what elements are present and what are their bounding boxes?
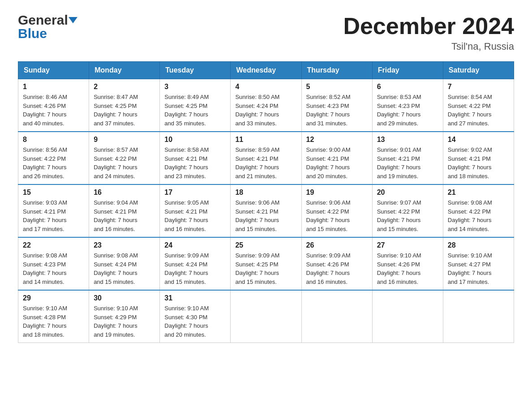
day-number: 14: [448, 136, 509, 144]
calendar-week-row: 29Sunrise: 9:10 AM Sunset: 4:28 PM Dayli…: [18, 290, 514, 343]
month-year-title: December 2024: [343, 13, 514, 39]
day-number: 1: [23, 83, 84, 91]
day-number: 10: [164, 136, 226, 144]
day-of-week-header: Tuesday: [160, 62, 231, 79]
day-number: 27: [377, 241, 438, 249]
calendar-day-cell: 13Sunrise: 9:01 AM Sunset: 4:21 PM Dayli…: [372, 132, 443, 184]
calendar-day-cell: 8Sunrise: 8:56 AM Sunset: 4:22 PM Daylig…: [18, 132, 89, 184]
page-header: General Blue December 2024 Tsil'na, Russ…: [18, 13, 514, 52]
calendar-day-cell: 21Sunrise: 9:08 AM Sunset: 4:22 PM Dayli…: [443, 184, 514, 237]
logo-general-text: General: [18, 13, 68, 27]
day-info: Sunrise: 9:09 AM Sunset: 4:25 PM Dayligh…: [235, 251, 296, 286]
day-of-week-header: Monday: [89, 62, 160, 79]
day-info: Sunrise: 8:52 AM Sunset: 4:23 PM Dayligh…: [306, 93, 368, 128]
title-section: December 2024 Tsil'na, Russia: [343, 13, 514, 52]
day-number: 15: [23, 188, 84, 197]
day-info: Sunrise: 8:57 AM Sunset: 4:22 PM Dayligh…: [94, 146, 155, 180]
location-subtitle: Tsil'na, Russia: [343, 41, 514, 52]
calendar-day-cell: 17Sunrise: 9:05 AM Sunset: 4:21 PM Dayli…: [160, 184, 231, 237]
calendar-day-cell: 11Sunrise: 8:59 AM Sunset: 4:21 PM Dayli…: [231, 132, 301, 184]
calendar-day-cell: 26Sunrise: 9:09 AM Sunset: 4:26 PM Dayli…: [301, 237, 372, 290]
calendar-day-cell: 16Sunrise: 9:04 AM Sunset: 4:21 PM Dayli…: [89, 184, 160, 237]
day-of-week-header: Saturday: [443, 62, 514, 79]
day-info: Sunrise: 9:10 AM Sunset: 4:30 PM Dayligh…: [164, 304, 226, 339]
day-number: 7: [448, 83, 509, 91]
day-info: Sunrise: 8:50 AM Sunset: 4:24 PM Dayligh…: [235, 93, 296, 128]
day-number: 8: [23, 136, 84, 144]
calendar-day-cell: 9Sunrise: 8:57 AM Sunset: 4:22 PM Daylig…: [89, 132, 160, 184]
day-info: Sunrise: 9:06 AM Sunset: 4:21 PM Dayligh…: [235, 198, 296, 233]
calendar-day-cell: [231, 290, 301, 343]
calendar-day-cell: 23Sunrise: 9:08 AM Sunset: 4:24 PM Dayli…: [89, 237, 160, 290]
calendar-week-row: 8Sunrise: 8:56 AM Sunset: 4:22 PM Daylig…: [18, 132, 514, 184]
day-info: Sunrise: 9:01 AM Sunset: 4:21 PM Dayligh…: [377, 146, 438, 180]
calendar-table: SundayMondayTuesdayWednesdayThursdayFrid…: [18, 61, 514, 343]
calendar-day-cell: 10Sunrise: 8:58 AM Sunset: 4:21 PM Dayli…: [160, 132, 231, 184]
calendar-day-cell: 19Sunrise: 9:06 AM Sunset: 4:22 PM Dayli…: [301, 184, 372, 237]
day-info: Sunrise: 9:06 AM Sunset: 4:22 PM Dayligh…: [306, 198, 368, 233]
calendar-day-cell: 7Sunrise: 8:54 AM Sunset: 4:22 PM Daylig…: [443, 79, 514, 132]
day-of-week-header: Friday: [372, 62, 443, 79]
day-info: Sunrise: 9:00 AM Sunset: 4:21 PM Dayligh…: [306, 146, 368, 180]
day-number: 30: [94, 294, 155, 302]
day-info: Sunrise: 8:46 AM Sunset: 4:26 PM Dayligh…: [23, 93, 84, 128]
calendar-day-cell: 20Sunrise: 9:07 AM Sunset: 4:22 PM Dayli…: [372, 184, 443, 237]
calendar-day-cell: 3Sunrise: 8:49 AM Sunset: 4:25 PM Daylig…: [160, 79, 231, 132]
calendar-day-cell: 6Sunrise: 8:53 AM Sunset: 4:23 PM Daylig…: [372, 79, 443, 132]
day-number: 18: [235, 188, 296, 197]
calendar-day-cell: 31Sunrise: 9:10 AM Sunset: 4:30 PM Dayli…: [160, 290, 231, 343]
day-number: 26: [306, 241, 368, 249]
day-number: 21: [448, 188, 509, 197]
day-info: Sunrise: 9:08 AM Sunset: 4:23 PM Dayligh…: [23, 251, 84, 286]
logo-blue-text: Blue: [18, 27, 47, 40]
calendar-day-cell: 27Sunrise: 9:10 AM Sunset: 4:26 PM Dayli…: [372, 237, 443, 290]
day-info: Sunrise: 8:56 AM Sunset: 4:22 PM Dayligh…: [23, 146, 84, 180]
calendar-day-cell: [372, 290, 443, 343]
calendar-day-cell: 12Sunrise: 9:00 AM Sunset: 4:21 PM Dayli…: [301, 132, 372, 184]
day-number: 6: [377, 83, 438, 91]
day-info: Sunrise: 9:08 AM Sunset: 4:22 PM Dayligh…: [448, 198, 509, 233]
day-info: Sunrise: 9:10 AM Sunset: 4:29 PM Dayligh…: [94, 304, 155, 339]
day-number: 5: [306, 83, 368, 91]
day-info: Sunrise: 9:07 AM Sunset: 4:22 PM Dayligh…: [377, 198, 438, 233]
day-info: Sunrise: 9:03 AM Sunset: 4:21 PM Dayligh…: [23, 198, 84, 233]
day-info: Sunrise: 9:05 AM Sunset: 4:21 PM Dayligh…: [164, 198, 226, 233]
day-number: 25: [235, 241, 296, 249]
calendar-day-cell: 1Sunrise: 8:46 AM Sunset: 4:26 PM Daylig…: [18, 79, 89, 132]
day-info: Sunrise: 9:02 AM Sunset: 4:21 PM Dayligh…: [448, 146, 509, 180]
day-number: 17: [164, 188, 226, 197]
day-number: 16: [94, 188, 155, 197]
day-number: 11: [235, 136, 296, 144]
calendar-day-cell: [443, 290, 514, 343]
day-info: Sunrise: 8:59 AM Sunset: 4:21 PM Dayligh…: [235, 146, 296, 180]
day-info: Sunrise: 8:49 AM Sunset: 4:25 PM Dayligh…: [164, 93, 226, 128]
day-info: Sunrise: 9:10 AM Sunset: 4:28 PM Dayligh…: [23, 304, 84, 339]
day-number: 22: [23, 241, 84, 249]
calendar-day-cell: 15Sunrise: 9:03 AM Sunset: 4:21 PM Dayli…: [18, 184, 89, 237]
day-number: 19: [306, 188, 368, 197]
day-number: 9: [94, 136, 155, 144]
logo-triangle-icon: [69, 17, 77, 23]
calendar-day-cell: 22Sunrise: 9:08 AM Sunset: 4:23 PM Dayli…: [18, 237, 89, 290]
calendar-day-cell: 25Sunrise: 9:09 AM Sunset: 4:25 PM Dayli…: [231, 237, 301, 290]
calendar-day-cell: 2Sunrise: 8:47 AM Sunset: 4:25 PM Daylig…: [89, 79, 160, 132]
calendar-day-cell: [301, 290, 372, 343]
day-number: 29: [23, 294, 84, 302]
day-info: Sunrise: 9:10 AM Sunset: 4:27 PM Dayligh…: [448, 251, 509, 286]
day-info: Sunrise: 9:04 AM Sunset: 4:21 PM Dayligh…: [94, 198, 155, 233]
day-number: 28: [448, 241, 509, 249]
day-info: Sunrise: 8:47 AM Sunset: 4:25 PM Dayligh…: [94, 93, 155, 128]
day-info: Sunrise: 8:54 AM Sunset: 4:22 PM Dayligh…: [448, 93, 509, 128]
calendar-day-cell: 5Sunrise: 8:52 AM Sunset: 4:23 PM Daylig…: [301, 79, 372, 132]
calendar-day-cell: 24Sunrise: 9:09 AM Sunset: 4:24 PM Dayli…: [160, 237, 231, 290]
day-of-week-header: Wednesday: [231, 62, 301, 79]
calendar-week-row: 22Sunrise: 9:08 AM Sunset: 4:23 PM Dayli…: [18, 237, 514, 290]
calendar-day-cell: 30Sunrise: 9:10 AM Sunset: 4:29 PM Dayli…: [89, 290, 160, 343]
day-number: 20: [377, 188, 438, 197]
day-number: 24: [164, 241, 226, 249]
day-number: 12: [306, 136, 368, 144]
calendar-header-row: SundayMondayTuesdayWednesdayThursdayFrid…: [18, 62, 514, 79]
day-info: Sunrise: 9:08 AM Sunset: 4:24 PM Dayligh…: [94, 251, 155, 286]
day-number: 2: [94, 83, 155, 91]
calendar-day-cell: 4Sunrise: 8:50 AM Sunset: 4:24 PM Daylig…: [231, 79, 301, 132]
